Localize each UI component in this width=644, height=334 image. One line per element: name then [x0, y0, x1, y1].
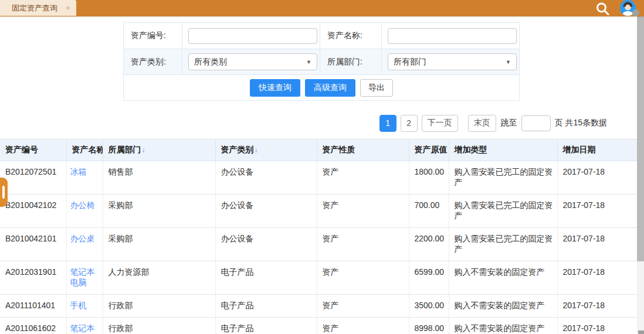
name-cell: 笔记本电脑 — [66, 261, 103, 295]
last-page-button[interactable]: 末页 — [468, 115, 496, 132]
date-cell: 2017-07-18 — [557, 228, 637, 261]
header-department[interactable]: 所属部门↓ — [103, 139, 215, 161]
value-cell: 1800.00 — [409, 161, 449, 195]
chevron-down-icon: ▼ — [306, 59, 311, 65]
query-form: 资产编号: 资产名称: 资产类别: 所有类别 ▼ 所属部门: 所有部门 ▼ 快速… — [123, 22, 520, 101]
quick-query-button[interactable]: 快速查询 — [250, 79, 300, 97]
jump-page-input[interactable] — [521, 115, 551, 131]
asset-name-link[interactable]: 办公椅 — [70, 200, 95, 210]
tab-fixed-asset-query[interactable]: 固定资产查询 × — [0, 0, 76, 16]
add-type-cell: 购入不需安装的固定资产 — [449, 295, 557, 318]
category-cell: 办公设备 — [215, 195, 317, 228]
asset-category-field-cell: 所有类别 ▼ — [182, 49, 320, 74]
department-select[interactable]: 所有部门 ▼ — [388, 53, 517, 70]
code-cell: B2012072501 — [0, 161, 66, 195]
date-cell: 2017-07-18 — [557, 195, 637, 228]
form-row-2: 资产类别: 所有类别 ▼ 所属部门: 所有部门 ▼ — [124, 49, 519, 75]
tab-label: 固定资产查询 — [12, 3, 57, 13]
category-cell: 办公设备 — [215, 161, 317, 195]
add-type-cell: 购入需安装已完工的固定资产 — [449, 228, 557, 261]
value-cell: 3500.00 — [409, 295, 449, 318]
name-cell: 手机 — [66, 295, 103, 318]
pagination: 1 2 下一页 末页 跳至 页 共15条数据 — [379, 114, 607, 132]
date-cell: 2017-07-18 — [557, 261, 637, 295]
header-asset-category[interactable]: 资产类别↓ — [215, 139, 317, 161]
jump-to-label: 跳至 — [501, 118, 517, 128]
total-records-text: 页 共15条数据 — [555, 118, 607, 128]
department-selected-value: 所有部门 — [394, 57, 426, 67]
department-label: 所属部门: — [320, 49, 382, 74]
table-row: A2012031901笔记本电脑人力资源部电子产品资产6599.00购入不需安装… — [0, 261, 637, 295]
asset-category-label: 资产类别: — [124, 49, 182, 74]
top-bar: 固定资产查询 × — [0, 0, 644, 16]
add-type-cell: 购入不需安装的固定资产 — [449, 318, 557, 334]
asset-name-link[interactable]: 冰箱 — [70, 167, 87, 176]
form-row-buttons: 快速查询 高级查询 导出 — [124, 75, 519, 100]
page-button-2[interactable]: 2 — [401, 115, 418, 132]
table-row: B2010042102办公椅采购部办公设备资产700.00购入需安装已完工的固定… — [0, 195, 637, 228]
name-cell: 办公桌 — [66, 228, 103, 261]
header-asset-value: 资产原值 — [409, 139, 449, 161]
name-cell: 冰箱 — [66, 161, 103, 195]
table-row: B2010042101办公桌采购部办公设备资产2200.00购入需安装已完工的固… — [0, 228, 637, 261]
nature-cell: 资产 — [317, 318, 409, 334]
date-cell: 2017-07-18 — [557, 295, 637, 318]
export-button[interactable]: 导出 — [360, 79, 393, 97]
table-row: B2012072501冰箱销售部办公设备资产1800.00购入需安装已完工的固定… — [0, 161, 637, 195]
close-icon[interactable]: × — [66, 4, 70, 12]
value-cell: 700.00 — [409, 195, 449, 228]
asset-name-label: 资产名称: — [320, 23, 382, 49]
asset-category-select[interactable]: 所有类别 ▼ — [188, 53, 317, 70]
value-cell: 8998.00 — [409, 318, 449, 334]
add-type-cell: 购入需安装已完工的固定资产 — [449, 195, 557, 228]
vertical-scrollbar-track[interactable] — [637, 16, 644, 334]
category-cell: 电子产品 — [215, 318, 317, 334]
asset-name-link[interactable]: 手机 — [70, 301, 87, 310]
asset-code-field-cell — [182, 23, 320, 49]
next-page-button[interactable]: 下一页 — [422, 115, 458, 132]
asset-name-input[interactable] — [388, 28, 517, 44]
advanced-query-button[interactable]: 高级查询 — [305, 79, 355, 97]
header-asset-name: 资产名称 — [66, 139, 103, 161]
asset-code-input[interactable] — [188, 28, 317, 44]
vertical-scrollbar-thumb[interactable] — [637, 16, 644, 261]
nature-cell: 资产 — [317, 295, 409, 318]
nature-cell: 资产 — [317, 195, 409, 228]
asset-name-link[interactable]: 办公桌 — [70, 234, 95, 243]
dept-cell: 人力资源部 — [103, 261, 215, 295]
code-cell: A2011061602 — [0, 318, 66, 334]
asset-name-field-cell — [382, 23, 519, 49]
search-icon[interactable] — [595, 1, 610, 16]
category-cell: 电子产品 — [215, 295, 317, 318]
sort-desc-icon: ↓ — [255, 146, 258, 154]
avatar-status-dot — [632, 9, 639, 16]
dept-cell: 行政部 — [103, 295, 215, 318]
handle-grip-icon — [2, 186, 5, 199]
form-row-1: 资产编号: 资产名称: — [124, 23, 519, 49]
nature-cell: 资产 — [317, 228, 409, 261]
category-cell: 办公设备 — [215, 228, 317, 261]
sidebar-expand-handle[interactable] — [0, 178, 8, 207]
asset-category-selected-value: 所有类别 — [194, 57, 227, 67]
dept-cell: 行政部 — [103, 318, 215, 334]
header-asset-code: 资产编号 — [0, 139, 66, 161]
nature-cell: 资产 — [317, 261, 409, 295]
asset-name-link[interactable]: 笔记本电脑 — [70, 323, 95, 334]
value-cell: 2200.00 — [409, 228, 449, 261]
code-cell: B2010042102 — [0, 195, 66, 228]
code-cell: B2010042101 — [0, 228, 66, 261]
nature-cell: 资产 — [317, 161, 409, 195]
department-field-cell: 所有部门 ▼ — [382, 49, 519, 74]
dept-cell: 销售部 — [103, 161, 215, 195]
chevron-down-icon: ▼ — [506, 59, 511, 65]
asset-name-link[interactable]: 笔记本电脑 — [70, 267, 95, 287]
add-type-cell: 购入不需安装的固定资产 — [449, 261, 557, 295]
add-type-cell: 购入需安装已完工的固定资产 — [449, 161, 557, 195]
date-cell: 2017-07-18 — [557, 161, 637, 195]
name-cell: 办公椅 — [66, 195, 103, 228]
value-cell: 6599.00 — [409, 261, 449, 295]
name-cell: 笔记本电脑 — [66, 318, 103, 334]
header-add-date: 增加日期 — [557, 139, 637, 161]
table-row: A2011061602笔记本电脑行政部电子产品资产8998.00购入不需安装的固… — [0, 318, 637, 334]
page-button-1[interactable]: 1 — [379, 115, 396, 132]
